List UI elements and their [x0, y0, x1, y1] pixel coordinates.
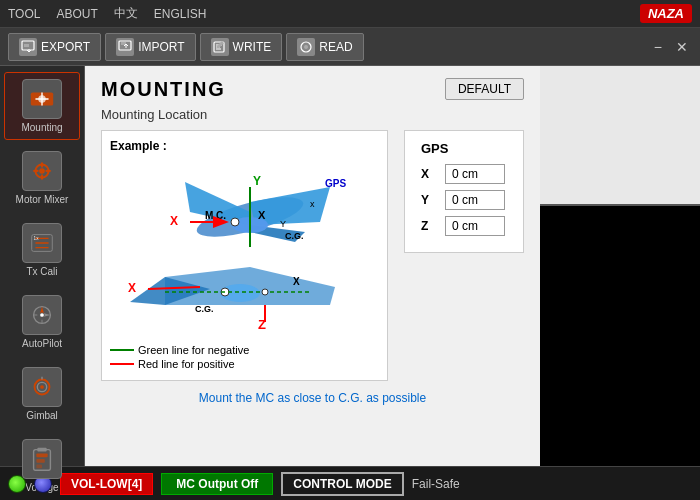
failsafe-label: Fail-Safe	[412, 477, 460, 491]
write-button[interactable]: WRITE	[200, 33, 283, 61]
gps-z-row: Z	[421, 216, 507, 236]
sidebar-label-mounting: Mounting	[21, 122, 62, 133]
mounting-location-label: Mounting Location	[101, 107, 524, 122]
svg-rect-27	[37, 448, 46, 452]
sidebar-item-gimbal[interactable]: Gimbal	[4, 360, 80, 428]
svg-text:X: X	[170, 214, 178, 228]
mounting-icon	[22, 79, 62, 119]
example-label: Example :	[110, 139, 379, 153]
export-button[interactable]: EXPORT	[8, 33, 101, 61]
voltage-icon	[22, 439, 62, 479]
write-icon	[211, 38, 229, 56]
control-mode-badge: CONTROL MODE	[281, 472, 403, 496]
export-icon	[19, 38, 37, 56]
menu-tool[interactable]: TOOL	[8, 7, 40, 21]
svg-text:X: X	[293, 276, 300, 287]
sidebar-label-tx-cali: Tx Cali	[26, 266, 57, 277]
gps-z-label: Z	[421, 219, 437, 233]
tx-cali-icon: 1x	[22, 223, 62, 263]
right-panel-top	[540, 66, 700, 206]
minimize-button[interactable]: −	[650, 39, 666, 55]
svg-text:C.G.: C.G.	[195, 304, 214, 314]
sidebar-item-mounting[interactable]: Mounting	[4, 72, 80, 140]
autopilot-icon	[22, 295, 62, 335]
diagram-container: Example : GPS	[101, 130, 388, 381]
menu-chinese[interactable]: 中文	[114, 5, 138, 22]
aircraft-diagram: GPS M.C. C.G. X Y X x	[110, 157, 390, 332]
motor-mixer-icon	[22, 151, 62, 191]
sidebar-label-motor-mixer: Motor Mixer	[16, 194, 69, 205]
sidebar-label-autopilot: AutoPilot	[22, 338, 62, 349]
sidebar: Mounting Motor Mixer	[0, 66, 85, 466]
svg-rect-1	[24, 44, 29, 47]
gps-y-label: Y	[421, 193, 437, 207]
svg-text:X: X	[128, 281, 136, 295]
menu-bar: TOOL ABOUT 中文 ENGLISH NAZA	[0, 0, 700, 28]
svg-point-19	[40, 313, 44, 317]
gps-panel: GPS X Y Z	[404, 130, 524, 253]
svg-rect-30	[36, 465, 42, 469]
naza-logo: NAZA	[640, 4, 692, 23]
page-title: MOUNTING	[101, 78, 226, 101]
main-layout: Mounting Motor Mixer	[0, 66, 700, 466]
content-area: MOUNTING DEFAULT Mounting Location Examp…	[85, 66, 540, 466]
svg-rect-29	[36, 459, 44, 463]
svg-text:X: X	[258, 209, 266, 221]
svg-text:Y: Y	[253, 174, 261, 188]
sidebar-label-gimbal: Gimbal	[26, 410, 58, 421]
svg-text:1x: 1x	[34, 236, 40, 241]
import-icon	[116, 38, 134, 56]
close-button[interactable]: ✕	[672, 39, 692, 55]
right-panel	[540, 66, 700, 466]
svg-point-12	[39, 168, 45, 174]
toolbar: EXPORT IMPORT WRITE READ − ✕	[0, 28, 700, 66]
gimbal-icon	[22, 367, 62, 407]
svg-text:C.G.: C.G.	[285, 231, 304, 241]
sidebar-item-motor-mixer[interactable]: Motor Mixer	[4, 144, 80, 212]
default-button[interactable]: DEFAULT	[445, 78, 524, 100]
menu-english[interactable]: ENGLISH	[154, 7, 207, 21]
bottom-note: Mount the MC as close to C.G. as possibl…	[101, 391, 524, 405]
svg-point-24	[40, 385, 44, 389]
svg-point-36	[231, 218, 239, 226]
sidebar-item-autopilot[interactable]: AutoPilot	[4, 288, 80, 356]
green-line-icon	[110, 349, 134, 351]
gps-y-input[interactable]	[445, 190, 505, 210]
status-bar: VOL-LOW[4] MC Output Off CONTROL MODE Fa…	[0, 466, 700, 500]
window-controls: − ✕	[650, 39, 692, 55]
diagram-section: Example : GPS	[101, 130, 524, 381]
legend-red: Red line for positive	[110, 358, 379, 370]
read-icon	[297, 38, 315, 56]
read-button[interactable]: READ	[286, 33, 363, 61]
svg-text:Y: Y	[280, 219, 286, 229]
menu-about[interactable]: ABOUT	[56, 7, 97, 21]
mc-output-badge: MC Output Off	[161, 473, 273, 495]
sidebar-item-tx-cali[interactable]: 1x Tx Cali	[4, 216, 80, 284]
gps-x-label: X	[421, 167, 437, 181]
red-line-icon	[110, 363, 134, 365]
svg-rect-28	[36, 453, 47, 457]
svg-text:x: x	[310, 199, 315, 209]
svg-text:GPS: GPS	[325, 178, 346, 189]
import-button[interactable]: IMPORT	[105, 33, 195, 61]
svg-point-6	[304, 45, 308, 49]
legend-green: Green line for negative	[110, 344, 379, 356]
gps-y-row: Y	[421, 190, 507, 210]
gps-title: GPS	[421, 141, 507, 156]
gps-z-input[interactable]	[445, 216, 505, 236]
gps-x-input[interactable]	[445, 164, 505, 184]
vol-low-badge: VOL-LOW[4]	[60, 473, 153, 495]
legend: Green line for negative Red line for pos…	[110, 344, 379, 370]
gps-x-row: X	[421, 164, 507, 184]
svg-point-58	[262, 289, 268, 295]
svg-text:M.C.: M.C.	[205, 210, 226, 221]
